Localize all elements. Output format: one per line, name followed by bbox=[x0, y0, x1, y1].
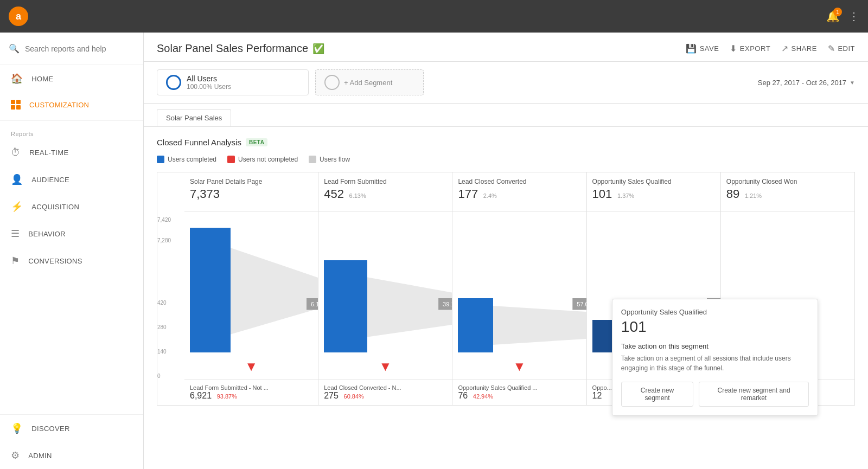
reports-section-label: Reports bbox=[0, 124, 143, 139]
sidebar-item-label: AUDIENCE bbox=[31, 176, 69, 184]
stage-1-arrow: 6.13% bbox=[307, 298, 318, 310]
date-range-text: Sep 27, 2017 - Oct 26, 2017 bbox=[758, 79, 846, 87]
segment-name: All Users bbox=[187, 74, 231, 83]
behavior-icon: ☰ bbox=[11, 228, 20, 240]
stage-3-drop-arrow: ▼ bbox=[513, 359, 526, 374]
stage-1-chart: 6.13% ▼ bbox=[184, 211, 318, 380]
verified-badge: ✅ bbox=[312, 43, 324, 55]
legend-completed-label: Users completed bbox=[168, 156, 216, 163]
home-icon: 🏠 bbox=[11, 73, 23, 85]
sidebar-item-conversions[interactable]: ⚑ CONVERSIONS bbox=[0, 247, 143, 274]
export-icon: ⬇ bbox=[730, 43, 737, 54]
report-title: Solar Panel Sales Performance ✅ bbox=[157, 42, 324, 55]
stage-1-name: Solar Panel Details Page bbox=[190, 178, 312, 185]
sidebar-item-acquisition[interactable]: ⚡ ACQUISITION bbox=[0, 193, 143, 220]
sidebar-item-label: CUSTOMIZATION bbox=[29, 101, 89, 109]
content-area: Closed Funnel Analysis BETA Users comple… bbox=[144, 127, 868, 416]
stage-1-bottom-name: Lead Form Submitted - Not ... bbox=[190, 384, 312, 391]
tooltip-description: Take action on a segment of all sessions… bbox=[621, 354, 809, 373]
legend-completed: Users completed bbox=[157, 156, 216, 163]
sidebar-item-customization[interactable]: CUSTOMIZATION bbox=[0, 92, 143, 117]
funnel-chart: 7,420 7,280 420 280 140 0 Solar Panel De… bbox=[157, 172, 855, 406]
tooltip-buttons: Create new segment Create new segment an… bbox=[621, 382, 809, 407]
chart-legend: Users completed Users not completed User… bbox=[157, 156, 855, 163]
stage-1-bottom-counts: 6,921 93.87% bbox=[190, 391, 312, 401]
stage-4-count: 101 1.37% bbox=[592, 187, 715, 201]
stage-3: Lead Closed Converted 177 2.4% 57.06% ▼ bbox=[452, 172, 586, 405]
legend-flow-color bbox=[309, 156, 316, 163]
discover-icon: 💡 bbox=[11, 422, 23, 434]
save-button[interactable]: 💾 SAVE bbox=[686, 43, 719, 54]
edit-icon: ✎ bbox=[828, 43, 835, 54]
customization-icon bbox=[11, 100, 21, 110]
notifications-button[interactable]: 🔔 1 bbox=[826, 10, 840, 23]
sidebar-item-label: DISCOVER bbox=[31, 425, 69, 433]
search-input[interactable] bbox=[25, 44, 135, 53]
add-segment-button[interactable]: + Add Segment bbox=[315, 69, 424, 95]
sidebar-item-admin[interactable]: ⚙ ADMIN bbox=[0, 442, 143, 469]
export-button[interactable]: ⬇ EXPORT bbox=[730, 43, 770, 54]
sidebar-item-audience[interactable]: 👤 AUDIENCE bbox=[0, 166, 143, 193]
funnel-title: Closed Funnel Analysis BETA bbox=[157, 138, 855, 147]
stage-4-header: Opportunity Sales Qualified 101 1.37% bbox=[587, 172, 720, 211]
search-box: 🔍 bbox=[0, 33, 143, 65]
stage-2-bottom-name: Lead Closed Converted - N... bbox=[324, 384, 446, 391]
header-actions: 💾 SAVE ⬇ EXPORT ↗ SHARE ✎ EDIT bbox=[686, 43, 855, 54]
realtime-icon: ⏱ bbox=[11, 147, 21, 158]
stage-5-name: Opportunity Closed Won bbox=[726, 178, 849, 185]
stage-3-chart: 57.06% ▼ bbox=[452, 211, 586, 380]
main-header: Solar Panel Sales Performance ✅ 💾 SAVE ⬇… bbox=[144, 33, 868, 62]
create-segment-button[interactable]: Create new segment bbox=[621, 382, 693, 407]
tab-solar-panel-sales[interactable]: Solar Panel Sales bbox=[157, 109, 231, 126]
sidebar-item-label: CONVERSIONS bbox=[28, 257, 82, 265]
stage-3-bottom-name: Opportunity Sales Qualified ... bbox=[458, 384, 580, 391]
stage-3-header: Lead Closed Converted 177 2.4% bbox=[452, 172, 586, 211]
sidebar: 🔍 🏠 HOME CUSTOMIZATION Reports ⏱ REAL-TI… bbox=[0, 33, 144, 469]
y-axis: 7,420 7,280 420 280 140 0 bbox=[157, 172, 184, 405]
notification-badge: 1 bbox=[833, 8, 842, 16]
legend-flow: Users flow bbox=[309, 156, 350, 163]
sidebar-item-realtime[interactable]: ⏱ REAL-TIME bbox=[0, 139, 143, 166]
stage-2-drop-arrow: ▼ bbox=[379, 359, 392, 374]
share-button[interactable]: ↗ SHARE bbox=[781, 43, 817, 54]
stage-4-name: Opportunity Sales Qualified bbox=[592, 178, 715, 185]
segment-percentage: 100.00% Users bbox=[187, 83, 231, 91]
active-segment[interactable]: All Users 100.00% Users bbox=[157, 69, 309, 95]
sidebar-bottom: 💡 DISCOVER ⚙ ADMIN bbox=[0, 414, 143, 469]
acquisition-icon: ⚡ bbox=[11, 201, 23, 213]
segment-info: All Users 100.00% Users bbox=[187, 74, 231, 91]
legend-not-completed-color bbox=[227, 156, 235, 163]
stage-3-count: 177 2.4% bbox=[458, 187, 580, 201]
tooltip-action-title: Take action on this segment bbox=[621, 342, 809, 350]
edit-button[interactable]: ✎ EDIT bbox=[828, 43, 855, 54]
stage-1: Solar Panel Details Page 7,373 bbox=[184, 172, 318, 405]
create-segment-remarket-button[interactable]: Create new segment and remarket bbox=[699, 382, 809, 407]
topbar: a 🔔 1 ⋮ bbox=[0, 0, 868, 33]
sidebar-item-behavior[interactable]: ☰ BEHAVIOR bbox=[0, 220, 143, 247]
stage-1-bar bbox=[190, 228, 231, 352]
admin-icon: ⚙ bbox=[11, 449, 20, 461]
sidebar-item-discover[interactable]: 💡 DISCOVER bbox=[0, 415, 143, 442]
segment-circle-icon bbox=[166, 75, 181, 90]
stage-3-bar bbox=[458, 298, 493, 352]
stage-5-header: Opportunity Closed Won 89 1.21% bbox=[721, 172, 854, 211]
legend-not-completed-label: Users not completed bbox=[238, 156, 298, 163]
stage-2-count: 452 6.13% bbox=[324, 187, 446, 201]
report-tabs: Solar Panel Sales bbox=[144, 104, 868, 127]
more-options-button[interactable]: ⋮ bbox=[848, 10, 859, 23]
add-segment-circle bbox=[324, 75, 340, 90]
stage-2-arrow: 39.16% bbox=[438, 298, 452, 310]
tooltip-stage-title: Opportunity Sales Qualified bbox=[621, 308, 809, 316]
stage-2-bottom-counts: 275 60.84% bbox=[324, 391, 446, 401]
date-range-picker[interactable]: Sep 27, 2017 - Oct 26, 2017 ▼ bbox=[758, 79, 855, 87]
logo-letter: a bbox=[16, 11, 21, 22]
nav-divider bbox=[0, 120, 143, 121]
stage-1-drop-arrow: ▼ bbox=[245, 359, 258, 374]
sidebar-item-home[interactable]: 🏠 HOME bbox=[0, 65, 143, 92]
stage-2-bar bbox=[324, 260, 367, 352]
stage-4: Opportunity Sales Qualified 101 1.37% 88… bbox=[587, 172, 721, 405]
stage-3-name: Lead Closed Converted bbox=[458, 178, 580, 185]
main-content: Solar Panel Sales Performance ✅ 💾 SAVE ⬇… bbox=[144, 33, 868, 469]
add-segment-label: + Add Segment bbox=[344, 79, 392, 87]
sidebar-item-label: REAL-TIME bbox=[29, 149, 68, 157]
